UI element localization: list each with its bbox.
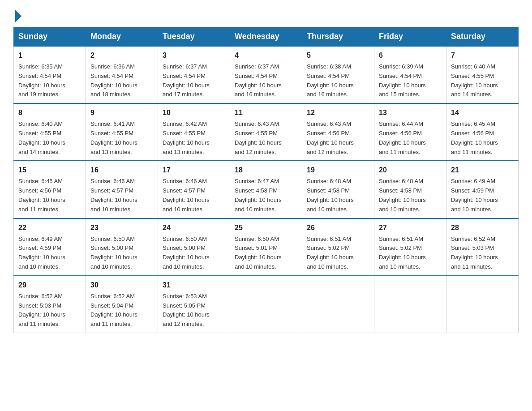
day-number: 31 [163, 280, 225, 291]
day-info: Sunrise: 6:51 AM Sunset: 5:02 PM Dayligh… [307, 235, 369, 272]
calendar-cell: 2 Sunrise: 6:36 AM Sunset: 4:54 PM Dayli… [86, 46, 158, 103]
calendar-cell: 25 Sunrise: 6:50 AM Sunset: 5:01 PM Dayl… [230, 218, 302, 276]
calendar-cell: 5 Sunrise: 6:38 AM Sunset: 4:54 PM Dayli… [302, 46, 374, 103]
calendar-cell: 17 Sunrise: 6:46 AM Sunset: 4:57 PM Dayl… [158, 161, 230, 218]
day-number: 10 [163, 107, 225, 118]
day-info: Sunrise: 6:51 AM Sunset: 5:02 PM Dayligh… [379, 235, 442, 272]
day-number: 21 [451, 165, 514, 176]
calendar-cell: 14 Sunrise: 6:45 AM Sunset: 4:56 PM Dayl… [446, 103, 519, 161]
calendar-cell: 6 Sunrise: 6:39 AM Sunset: 4:54 PM Dayli… [374, 46, 446, 103]
calendar-cell: 22 Sunrise: 6:49 AM Sunset: 4:59 PM Dayl… [14, 218, 86, 276]
day-number: 22 [18, 223, 81, 233]
calendar-cell: 31 Sunrise: 6:53 AM Sunset: 5:05 PM Dayl… [158, 276, 230, 333]
calendar-table: SundayMondayTuesdayWednesdayThursdayFrid… [13, 27, 519, 333]
calendar-cell: 30 Sunrise: 6:52 AM Sunset: 5:04 PM Dayl… [86, 276, 158, 333]
day-info: Sunrise: 6:40 AM Sunset: 4:55 PM Dayligh… [18, 120, 81, 157]
calendar-week-4: 22 Sunrise: 6:49 AM Sunset: 4:59 PM Dayl… [14, 218, 519, 276]
calendar-cell: 15 Sunrise: 6:45 AM Sunset: 4:56 PM Dayl… [14, 161, 86, 218]
day-info: Sunrise: 6:47 AM Sunset: 4:58 PM Dayligh… [235, 177, 297, 214]
day-info: Sunrise: 6:38 AM Sunset: 4:54 PM Dayligh… [307, 62, 369, 99]
day-info: Sunrise: 6:50 AM Sunset: 5:01 PM Dayligh… [235, 235, 297, 272]
day-info: Sunrise: 6:43 AM Sunset: 4:55 PM Dayligh… [235, 120, 297, 157]
page-header [13, 9, 519, 19]
calendar-cell: 26 Sunrise: 6:51 AM Sunset: 5:02 PM Dayl… [302, 218, 374, 276]
calendar-cell: 9 Sunrise: 6:41 AM Sunset: 4:55 PM Dayli… [86, 103, 158, 161]
day-info: Sunrise: 6:48 AM Sunset: 4:58 PM Dayligh… [379, 177, 442, 214]
calendar-cell: 10 Sunrise: 6:42 AM Sunset: 4:55 PM Dayl… [158, 103, 230, 161]
calendar-cell [302, 276, 374, 333]
day-info: Sunrise: 6:52 AM Sunset: 5:03 PM Dayligh… [18, 292, 81, 329]
header-day-thursday: Thursday [302, 27, 374, 47]
header-day-friday: Friday [374, 27, 446, 47]
calendar-cell: 18 Sunrise: 6:47 AM Sunset: 4:58 PM Dayl… [230, 161, 302, 218]
calendar-header: SundayMondayTuesdayWednesdayThursdayFrid… [14, 27, 519, 47]
calendar-cell [446, 276, 519, 333]
calendar-week-1: 1 Sunrise: 6:35 AM Sunset: 4:54 PM Dayli… [14, 46, 519, 103]
calendar-cell: 12 Sunrise: 6:43 AM Sunset: 4:56 PM Dayl… [302, 103, 374, 161]
day-info: Sunrise: 6:40 AM Sunset: 4:55 PM Dayligh… [451, 62, 514, 99]
day-info: Sunrise: 6:52 AM Sunset: 5:03 PM Dayligh… [451, 235, 514, 272]
header-day-saturday: Saturday [446, 27, 519, 47]
header-day-tuesday: Tuesday [158, 27, 230, 47]
day-number: 23 [90, 223, 153, 233]
day-number: 20 [379, 165, 442, 176]
day-number: 8 [18, 107, 81, 118]
day-info: Sunrise: 6:42 AM Sunset: 4:55 PM Dayligh… [163, 120, 225, 157]
day-number: 29 [18, 280, 81, 291]
calendar-cell: 23 Sunrise: 6:50 AM Sunset: 5:00 PM Dayl… [86, 218, 158, 276]
day-info: Sunrise: 6:37 AM Sunset: 4:54 PM Dayligh… [163, 62, 225, 99]
day-number: 11 [235, 107, 297, 118]
calendar-cell: 8 Sunrise: 6:40 AM Sunset: 4:55 PM Dayli… [14, 103, 86, 161]
day-info: Sunrise: 6:48 AM Sunset: 4:58 PM Dayligh… [307, 177, 369, 214]
calendar-cell: 11 Sunrise: 6:43 AM Sunset: 4:55 PM Dayl… [230, 103, 302, 161]
day-info: Sunrise: 6:44 AM Sunset: 4:56 PM Dayligh… [379, 120, 442, 157]
day-info: Sunrise: 6:49 AM Sunset: 4:59 PM Dayligh… [18, 235, 81, 272]
day-number: 30 [90, 280, 153, 291]
day-info: Sunrise: 6:37 AM Sunset: 4:54 PM Dayligh… [235, 62, 297, 99]
logo-triangle-icon [15, 10, 21, 22]
calendar-cell: 20 Sunrise: 6:48 AM Sunset: 4:58 PM Dayl… [374, 161, 446, 218]
calendar-cell: 7 Sunrise: 6:40 AM Sunset: 4:55 PM Dayli… [446, 46, 519, 103]
day-number: 13 [379, 107, 442, 118]
day-number: 12 [307, 107, 369, 118]
calendar-cell: 19 Sunrise: 6:48 AM Sunset: 4:58 PM Dayl… [302, 161, 374, 218]
header-day-sunday: Sunday [14, 27, 86, 47]
day-number: 7 [451, 50, 514, 61]
calendar-cell: 3 Sunrise: 6:37 AM Sunset: 4:54 PM Dayli… [158, 46, 230, 103]
day-info: Sunrise: 6:50 AM Sunset: 5:00 PM Dayligh… [163, 235, 225, 272]
header-day-monday: Monday [86, 27, 158, 47]
calendar-cell [374, 276, 446, 333]
day-info: Sunrise: 6:36 AM Sunset: 4:54 PM Dayligh… [90, 62, 153, 99]
day-info: Sunrise: 6:45 AM Sunset: 4:56 PM Dayligh… [18, 177, 81, 214]
day-number: 19 [307, 165, 369, 176]
calendar-cell: 28 Sunrise: 6:52 AM Sunset: 5:03 PM Dayl… [446, 218, 519, 276]
calendar-cell [230, 276, 302, 333]
calendar-cell: 4 Sunrise: 6:37 AM Sunset: 4:54 PM Dayli… [230, 46, 302, 103]
day-number: 28 [451, 223, 514, 233]
day-info: Sunrise: 6:49 AM Sunset: 4:59 PM Dayligh… [451, 177, 514, 214]
day-number: 24 [163, 223, 225, 233]
day-number: 6 [379, 50, 442, 61]
day-info: Sunrise: 6:35 AM Sunset: 4:54 PM Dayligh… [18, 62, 81, 99]
day-number: 14 [451, 107, 514, 118]
day-info: Sunrise: 6:45 AM Sunset: 4:56 PM Dayligh… [451, 120, 514, 157]
calendar-cell: 16 Sunrise: 6:46 AM Sunset: 4:57 PM Dayl… [86, 161, 158, 218]
day-number: 17 [163, 165, 225, 176]
day-number: 4 [235, 50, 297, 61]
day-number: 1 [18, 50, 81, 61]
day-info: Sunrise: 6:43 AM Sunset: 4:56 PM Dayligh… [307, 120, 369, 157]
calendar-cell: 13 Sunrise: 6:44 AM Sunset: 4:56 PM Dayl… [374, 103, 446, 161]
header-row: SundayMondayTuesdayWednesdayThursdayFrid… [14, 27, 519, 47]
day-number: 9 [90, 107, 153, 118]
calendar-body: 1 Sunrise: 6:35 AM Sunset: 4:54 PM Dayli… [14, 46, 519, 333]
day-number: 18 [235, 165, 297, 176]
day-info: Sunrise: 6:50 AM Sunset: 5:00 PM Dayligh… [90, 235, 153, 272]
day-number: 25 [235, 223, 297, 233]
day-number: 15 [18, 165, 81, 176]
day-info: Sunrise: 6:41 AM Sunset: 4:55 PM Dayligh… [90, 120, 153, 157]
day-info: Sunrise: 6:52 AM Sunset: 5:04 PM Dayligh… [90, 292, 153, 329]
calendar-cell: 1 Sunrise: 6:35 AM Sunset: 4:54 PM Dayli… [14, 46, 86, 103]
day-info: Sunrise: 6:39 AM Sunset: 4:54 PM Dayligh… [379, 62, 442, 99]
day-number: 27 [379, 223, 442, 233]
day-number: 26 [307, 223, 369, 233]
